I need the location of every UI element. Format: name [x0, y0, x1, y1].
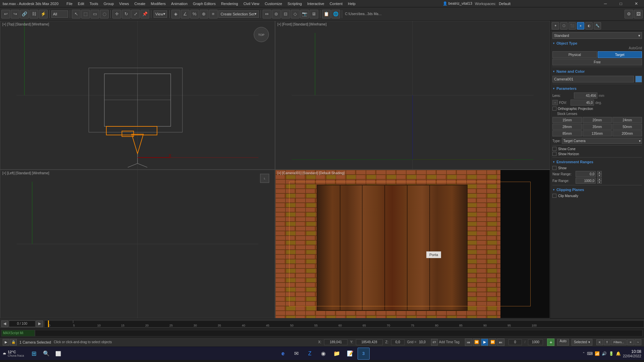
- z-input[interactable]: [391, 339, 405, 345]
- workspace-value[interactable]: Default: [499, 2, 511, 6]
- color-swatch[interactable]: [635, 76, 642, 82]
- next-frame-button[interactable]: ⏩: [489, 339, 496, 346]
- normal-align[interactable]: ⊟: [281, 10, 290, 18]
- utilities-tab-icon[interactable]: 🔧: [594, 22, 601, 29]
- viewport-top[interactable]: [+] [Top] [Standard] [Wireframe]: [0, 21, 275, 170]
- mail-app[interactable]: ✉: [290, 348, 303, 360]
- clipping-planes-header[interactable]: Clipping Planes: [552, 187, 642, 193]
- menu-file[interactable]: File: [64, 1, 75, 6]
- timeline-next[interactable]: ▶: [36, 320, 43, 327]
- percent-snap[interactable]: %: [190, 10, 199, 18]
- select-icon[interactable]: ▶: [3, 339, 9, 346]
- play-button[interactable]: ▶: [481, 339, 488, 346]
- lens-24mm[interactable]: 24mm: [612, 117, 642, 123]
- show-cone-checkbox[interactable]: [552, 147, 556, 151]
- far-range-spinbox[interactable]: ▲ ▼: [597, 178, 602, 184]
- taskbar-clock[interactable]: 10:08 22/04/2022: [623, 349, 641, 358]
- name-color-header[interactable]: Name and Color: [552, 68, 642, 74]
- render-frame[interactable]: 🖼: [634, 10, 643, 18]
- taskbar-notification-icon[interactable]: 🔔: [616, 351, 621, 356]
- motion-tab-icon[interactable]: ●: [577, 22, 584, 29]
- x-input[interactable]: [324, 339, 347, 345]
- env-show-checkbox[interactable]: [552, 166, 556, 170]
- camera-name-input[interactable]: [552, 76, 634, 82]
- lens-input[interactable]: [574, 93, 597, 99]
- auto-key-button[interactable]: Auto: [557, 339, 569, 346]
- edge-app[interactable]: e: [277, 348, 289, 360]
- goto-end-button[interactable]: ⏭: [497, 339, 504, 346]
- mini-curve-button[interactable]: ~: [635, 339, 641, 345]
- selected-dropdown[interactable]: Selected ▾: [572, 339, 592, 346]
- filter-dropdown[interactable]: All: [51, 10, 68, 18]
- menu-graph-editors[interactable]: Graph Editors: [190, 1, 218, 6]
- goto-start-button[interactable]: ⏮: [465, 339, 472, 346]
- tray-chevron[interactable]: ⌃: [582, 352, 585, 355]
- menu-civil-view[interactable]: Civil View: [241, 1, 262, 6]
- menu-create[interactable]: Create: [131, 1, 148, 6]
- display-tab-icon[interactable]: ◐: [585, 22, 593, 29]
- maximize-button[interactable]: □: [613, 0, 629, 7]
- create-tab-icon[interactable]: ✦: [552, 22, 559, 29]
- view-dropdown[interactable]: View ▾: [154, 10, 167, 18]
- lens-85mm[interactable]: 85mm: [552, 130, 582, 136]
- target-btn[interactable]: Target: [598, 51, 642, 58]
- far-range-down[interactable]: ▼: [597, 181, 602, 184]
- edit-named-sel[interactable]: ≡: [209, 10, 218, 18]
- standard-dropdown[interactable]: Standard ▾: [552, 32, 642, 39]
- select-lasso-button[interactable]: ◌: [100, 10, 109, 18]
- type-dropdown[interactable]: Target Camera ▾: [562, 138, 642, 144]
- scene-explorer[interactable]: 🌐: [331, 10, 340, 18]
- hierarchy-tab-icon[interactable]: ⬛: [569, 22, 576, 29]
- align-to-view[interactable]: 🖥: [310, 10, 318, 18]
- object-type-header[interactable]: Object Type: [552, 40, 642, 46]
- track-bar[interactable]: [35, 330, 643, 337]
- menu-help[interactable]: Help: [345, 1, 358, 6]
- scale-button[interactable]: ⤢: [131, 10, 140, 18]
- env-show-row[interactable]: Show: [552, 166, 642, 170]
- lens-135mm[interactable]: 135mm: [583, 130, 612, 136]
- show-horizon-checkbox[interactable]: [552, 152, 556, 156]
- env-ranges-header[interactable]: Environment Ranges: [552, 159, 642, 165]
- select-region-button[interactable]: ⬚: [81, 10, 90, 18]
- render-setup[interactable]: ⚙: [625, 10, 633, 18]
- angle-snap[interactable]: ∠: [181, 10, 190, 18]
- zoom-app[interactable]: Z: [304, 348, 316, 360]
- lens-200mm[interactable]: 200mm: [612, 130, 642, 136]
- lens-28mm[interactable]: 28mm: [552, 124, 582, 130]
- modify-tab-icon[interactable]: ⬡: [560, 22, 568, 29]
- menu-tools[interactable]: Tools: [87, 1, 101, 6]
- clip-manually-checkbox[interactable]: [552, 194, 556, 198]
- tray-battery-icon[interactable]: 🔋: [609, 351, 614, 356]
- create-selection-set-button[interactable]: Create Selection Set ▾: [218, 10, 259, 18]
- set-k-button[interactable]: K: [596, 339, 603, 345]
- far-range-up[interactable]: ▲: [597, 178, 602, 181]
- add-tag-icon[interactable]: 🏷: [431, 339, 438, 346]
- menu-edit[interactable]: Edit: [75, 1, 87, 6]
- close-button[interactable]: ✕: [629, 0, 644, 7]
- timeline-prev[interactable]: ◀: [1, 320, 8, 327]
- select-object-button[interactable]: ↖: [72, 10, 80, 18]
- placement-button[interactable]: 📌: [141, 10, 149, 18]
- undo-button[interactable]: ↩: [1, 10, 10, 18]
- physical-btn[interactable]: Physical: [552, 51, 597, 58]
- tray-sound-icon[interactable]: 🔊: [602, 351, 607, 356]
- lens-15mm[interactable]: 15mm: [552, 117, 582, 123]
- spinner-snap[interactable]: ⊕: [200, 10, 208, 18]
- menu-views[interactable]: Views: [116, 1, 131, 6]
- snap-toggle[interactable]: ◈: [171, 10, 180, 18]
- viewcube-left[interactable]: L: [260, 173, 270, 183]
- redo-button[interactable]: ↪: [11, 10, 19, 18]
- align-button[interactable]: ⊜: [272, 10, 281, 18]
- near-range-input[interactable]: [576, 171, 596, 177]
- fov-input[interactable]: [571, 100, 594, 106]
- fov-icon[interactable]: ↔: [552, 100, 558, 105]
- lens-20mm[interactable]: 20mm: [583, 117, 612, 123]
- taskbar-search-button[interactable]: 🔍: [40, 348, 52, 360]
- near-range-up[interactable]: ▲: [597, 171, 602, 174]
- chrome-app[interactable]: ◉: [317, 348, 329, 360]
- menu-rendering[interactable]: Rendering: [218, 1, 241, 6]
- layer-manager[interactable]: 📋: [322, 10, 331, 18]
- sticky-notes-app[interactable]: 📝: [344, 348, 356, 360]
- frame-max-input[interactable]: [528, 339, 543, 345]
- link-button[interactable]: 🔗: [20, 10, 29, 18]
